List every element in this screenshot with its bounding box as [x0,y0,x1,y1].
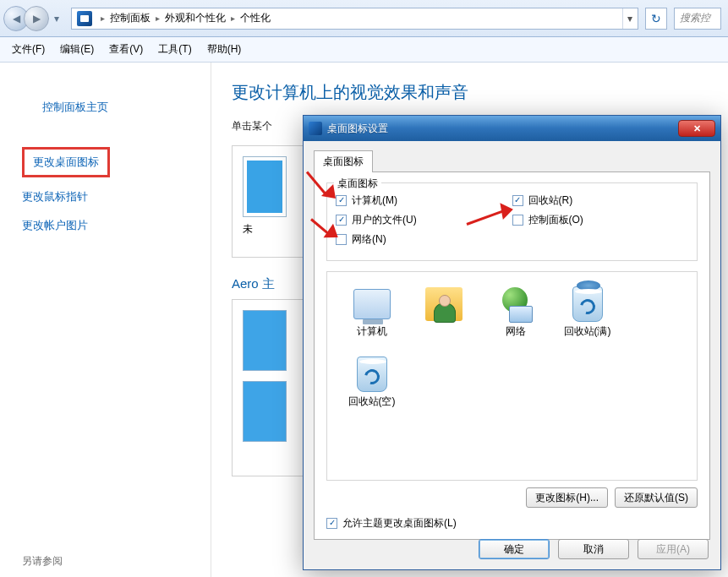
icon-item-userfiles[interactable] [408,284,479,339]
theme-caption: 未 [243,222,297,237]
apply-button[interactable]: 应用(A) [638,539,709,559]
icon-item-recycle-empty[interactable]: 回收站(空) [336,354,408,409]
search-input[interactable]: 搜索控 [674,8,721,30]
icon-label-recycle-full: 回收站(满) [564,324,611,339]
forward-button[interactable]: ▶ [24,6,49,31]
checkbox-userfiles-label: 用户的文件(U) [352,213,417,227]
sidebar-link-mouse-pointers[interactable]: 更改鼠标指针 [22,189,202,204]
checkbox-controlpanel-label: 控制面板(O) [528,213,583,227]
checkbox-userfiles[interactable] [336,215,347,226]
aero-thumbnail-2[interactable] [243,381,287,442]
crumb-personalization[interactable]: 个性化 [240,11,271,25]
dialog-footer: 确定 取消 应用(A) [304,532,720,569]
dialog-title: 桌面图标设置 [327,122,678,136]
icon-item-network[interactable]: 网络 [479,284,551,339]
history-dropdown[interactable]: ▾ [51,6,63,31]
refresh-icon: ↻ [651,12,661,25]
network-icon [497,287,534,321]
tab-page: 桌面图标 计算机(M) 用户的文件(U) [314,171,710,540]
restore-defaults-button[interactable]: 还原默认值(S) [615,487,698,508]
group-legend: 桌面图标 [334,177,381,191]
menu-file[interactable]: 文件(F) [12,42,45,57]
checkbox-recyclebin-label: 回收站(R) [528,193,573,208]
icon-label-computer: 计算机 [357,324,387,339]
desktop-icon-settings-dialog: 桌面图标设置 ✕ 桌面图标 桌面图标 计算机(M) [303,115,721,570]
recycle-bin-full-icon [572,286,603,322]
control-panel-icon [77,11,92,26]
change-icon-button[interactable]: 更改图标(H)... [526,487,608,508]
annotation-highlight: 更改桌面图标 [22,147,110,177]
close-button[interactable]: ✕ [678,120,715,137]
see-also-label: 另请参阅 [22,554,202,569]
crumb-appearance[interactable]: 外观和个性化 [165,11,226,25]
tab-desktop-icons[interactable]: 桌面图标 [314,150,373,172]
menu-view[interactable]: 查看(V) [109,42,143,57]
aero-thumbnail-1[interactable] [243,310,287,371]
crumb-control-panel[interactable]: 控制面板 [110,11,151,25]
checkbox-allow-themes[interactable] [326,518,337,529]
sidebar: 控制面板主页 更改桌面图标 更改鼠标指针 更改帐户图片 另请参阅 显示 任务栏和… [0,63,211,577]
recycle-bin-empty-icon [357,357,387,392]
menu-tools[interactable]: 工具(T) [158,42,191,57]
icon-label-network: 网络 [506,324,526,339]
dialog-titlebar[interactable]: 桌面图标设置 ✕ [304,116,720,141]
checkbox-network-label: 网络(N) [352,232,386,247]
aero-section [232,299,308,476]
icon-preview-list[interactable]: 计算机 网络 回收站(满) [326,271,698,481]
computer-icon [353,289,391,319]
user-folder-icon [425,287,463,321]
address-dropdown[interactable]: ▾ [622,8,636,29]
dialog-icon [309,122,322,135]
theme-thumbnail[interactable] [243,156,287,217]
cancel-button[interactable]: 取消 [558,539,629,559]
chevron-down-icon: ▾ [54,13,59,24]
nav-bar: ◀ ▶ ▾ ▸ 控制面板 ▸ 外观和个性化 ▸ 个性化 ▾ ↻ [0,0,728,37]
sidebar-link-account-picture[interactable]: 更改帐户图片 [22,218,202,233]
sidebar-home-link[interactable]: 控制面板主页 [22,81,202,133]
icon-label-recycle-empty: 回收站(空) [348,395,396,409]
search-placeholder: 搜索控 [680,11,710,25]
ok-button[interactable]: 确定 [479,539,550,559]
menu-bar: 文件(F) 编辑(E) 查看(V) 工具(T) 帮助(H) [0,37,728,63]
sidebar-link-desktop-icons[interactable]: 更改桌面图标 [33,155,99,170]
icon-item-recycle-full[interactable]: 回收站(满) [551,284,623,339]
page-title: 更改计算机上的视觉效果和声音 [232,81,708,104]
refresh-button[interactable]: ↻ [645,8,667,30]
menu-edit[interactable]: 编辑(E) [60,42,94,57]
close-icon: ✕ [693,123,701,134]
desktop-icons-group: 桌面图标 计算机(M) 用户的文件(U) [326,182,698,261]
breadcrumb: ▸ 控制面板 ▸ 外观和个性化 ▸ 个性化 [96,11,271,25]
checkbox-computer-label: 计算机(M) [352,193,397,208]
checkbox-allow-themes-label: 允许主题更改桌面图标(L) [342,516,457,531]
theme-section-top: 未 [232,145,308,258]
menu-help[interactable]: 帮助(H) [207,42,242,57]
icon-item-computer[interactable]: 计算机 [336,284,408,339]
address-bar[interactable]: ▸ 控制面板 ▸ 外观和个性化 ▸ 个性化 ▾ [71,8,638,30]
checkbox-recyclebin[interactable] [512,195,523,206]
back-arrow-icon: ◀ [13,13,20,24]
forward-arrow-icon: ▶ [33,13,41,24]
nav-buttons: ◀ ▶ ▾ [3,6,63,31]
